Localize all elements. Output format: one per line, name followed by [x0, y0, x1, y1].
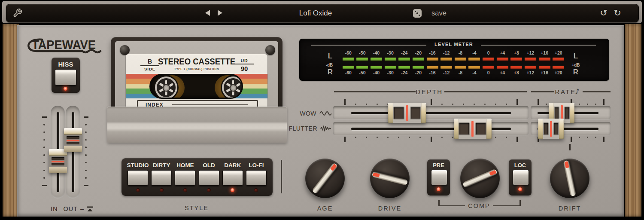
cassette-brand-bottom: 90: [233, 65, 255, 72]
drive-knob[interactable]: [370, 159, 410, 198]
meter-scale-label: -60: [345, 50, 352, 56]
meter-scale-label: +20: [555, 70, 562, 76]
meter-segment-left: [510, 58, 522, 61]
comp-knob[interactable]: [460, 159, 500, 198]
prev-preset-button[interactable]: [203, 8, 212, 18]
hiss-button[interactable]: [55, 69, 76, 86]
meter-scale-label: -24: [401, 50, 407, 56]
meter-left-db: -dB: [322, 63, 337, 67]
tick: [506, 104, 507, 105]
tick: [595, 104, 596, 105]
style-button-home[interactable]: [175, 170, 195, 186]
meter-segment-left: [398, 58, 410, 61]
flutter-depth-slider-handle[interactable]: [454, 119, 492, 139]
meter-segment-right: [356, 66, 368, 69]
meter-segment-left: [343, 58, 354, 61]
next-preset-button[interactable]: [216, 8, 224, 18]
settings-button[interactable]: [12, 7, 23, 18]
pre-button[interactable]: [431, 170, 447, 185]
meter-segment-left: [525, 58, 536, 61]
flutter-depth-slider-track[interactable]: [333, 122, 529, 135]
tick: [387, 137, 389, 138]
tick: [587, 104, 588, 105]
meter-segment-right: [413, 66, 424, 69]
output-fader-handle[interactable]: [64, 128, 82, 152]
tick: [441, 137, 443, 138]
meter-scale-label: -16: [429, 70, 435, 76]
style-button-studio[interactable]: [128, 170, 148, 186]
meter-segment-right: [371, 66, 382, 69]
tick: [409, 137, 410, 138]
meter-cell: -40-40: [369, 50, 383, 76]
meter-cell: -60-60: [341, 50, 355, 76]
screw-icon: [120, 45, 130, 55]
depth-rule-right: [444, 91, 527, 92]
meter-scale-label: -20: [415, 50, 422, 56]
age-knob[interactable]: [305, 159, 345, 198]
knob-pointer: [462, 168, 498, 188]
wow-depth-slider-track[interactable]: [333, 106, 529, 119]
tick: [463, 104, 464, 105]
undo-icon[interactable]: ↺: [598, 7, 609, 18]
style-button-lofi[interactable]: [246, 170, 267, 186]
tick: [377, 104, 378, 105]
meter-scale-label: 0: [487, 50, 490, 56]
knob-pointer: [312, 162, 339, 195]
meter-cell: -50-50: [355, 50, 370, 76]
depth-ticks-top: [344, 99, 518, 105]
section-divider: [281, 160, 282, 193]
meter-cell: +16+16: [538, 50, 552, 76]
meter-scale-label: -12: [443, 70, 450, 76]
level-meter: LEVEL METER L -dB R -60-60-50-50-40-40-3…: [299, 39, 609, 81]
wow-depth-slider-handle[interactable]: [388, 103, 426, 123]
meter-scale-label: -24: [401, 70, 407, 76]
redo-icon[interactable]: ↻: [612, 7, 623, 18]
tick: [42, 185, 47, 186]
knob-pointer: [372, 171, 408, 186]
style-button-old[interactable]: [199, 170, 219, 186]
input-fader-handle[interactable]: [49, 149, 67, 173]
drift-knob[interactable]: [550, 159, 589, 198]
meter-segment-left: [427, 58, 438, 61]
preset-name[interactable]: Lofi Oxide: [273, 4, 358, 22]
screw-icon: [265, 45, 275, 55]
tick: [42, 116, 47, 118]
meter-scale-label: -30: [387, 70, 394, 76]
dice-icon: [415, 11, 416, 12]
cassette-door: [107, 107, 287, 143]
comp-caption: COMP: [466, 202, 492, 209]
save-button[interactable]: save: [431, 4, 462, 22]
rate-rule-right: [583, 91, 611, 92]
out-label: OUT: [64, 205, 78, 212]
style-button-label: STUDIO: [127, 162, 149, 168]
tick: [495, 137, 496, 138]
style-button-label: HOME: [176, 162, 194, 168]
flutter-wave-icon: [320, 125, 331, 132]
style-button-dark[interactable]: [222, 170, 243, 186]
meter-scale-label: +8: [514, 70, 519, 76]
meter-scale-label: +20: [555, 50, 562, 56]
meter-segment-right: [553, 66, 564, 69]
prev-arrow-icon: [205, 10, 210, 16]
style-button-group: DIRTY: [150, 162, 173, 196]
tick: [377, 137, 378, 138]
tick: [474, 104, 475, 105]
tick: [431, 137, 432, 142]
meter-cell: +8+8: [510, 50, 524, 76]
loc-button[interactable]: [513, 170, 529, 185]
style-button-dirty[interactable]: [151, 170, 172, 186]
randomize-button[interactable]: [413, 9, 422, 18]
meter-scale-label: -50: [359, 50, 365, 56]
style-button-label: DARK: [224, 162, 241, 168]
hiss-led: [64, 87, 67, 91]
meter-scale-label: +12: [527, 50, 535, 56]
meter-segment-right: [385, 66, 396, 69]
tick: [452, 137, 453, 138]
meter-cell: -12-12: [439, 50, 453, 76]
tick: [603, 137, 605, 142]
tape-reel-left: [155, 76, 177, 99]
meter-scale-label: -16: [429, 50, 435, 56]
meter-segment-left: [553, 58, 564, 61]
flutter-rate-slider-handle[interactable]: [538, 119, 564, 139]
pre-switch-module: PRE: [427, 159, 450, 196]
